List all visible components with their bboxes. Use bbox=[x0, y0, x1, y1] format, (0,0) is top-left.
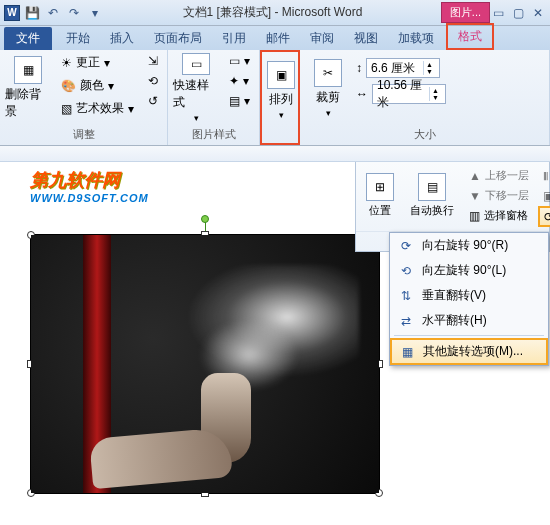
send-back-icon: ▼ bbox=[469, 189, 481, 203]
redo-icon[interactable]: ↷ bbox=[65, 4, 83, 22]
change-picture-button[interactable]: ⟲ bbox=[143, 72, 163, 90]
picture-effects-button[interactable]: ✦▾ bbox=[224, 72, 255, 90]
position-button[interactable]: ⊞ 位置 bbox=[360, 166, 400, 224]
group-button[interactable]: ▣组合 bbox=[538, 186, 550, 205]
tab-insert[interactable]: 插入 bbox=[100, 27, 144, 50]
more-rotation-options-item[interactable]: ▦ 其他旋转选项(M)... bbox=[390, 338, 548, 365]
group-arrange-collapsed: ▣ 排列 ▾ bbox=[260, 50, 300, 145]
photo-content bbox=[31, 235, 379, 493]
rotate-left-90-item[interactable]: ⟲ 向左旋转 90°(L) bbox=[390, 258, 548, 283]
corrections-icon: ☀ bbox=[61, 56, 72, 70]
picture-layout-button[interactable]: ▤▾ bbox=[224, 92, 255, 110]
bring-forward-button[interactable]: ▲上移一层 bbox=[464, 166, 534, 185]
ruler bbox=[0, 146, 550, 162]
rotate-right-90-item[interactable]: ⟳ 向右旋转 90°(R) bbox=[390, 233, 548, 258]
layout-icon: ▤ bbox=[229, 94, 240, 108]
watermark-line2: WWW.D9SOFT.COM bbox=[30, 192, 149, 204]
wrap-icon: ▤ bbox=[418, 173, 446, 201]
dropdown-icon: ▾ bbox=[243, 74, 249, 88]
dropdown-icon: ▾ bbox=[279, 110, 284, 120]
word-app-icon[interactable]: W bbox=[4, 5, 20, 21]
flip-horizontal-item[interactable]: ⇄ 水平翻转(H) bbox=[390, 308, 548, 333]
wrap-text-button[interactable]: ▤ 自动换行 bbox=[404, 166, 460, 224]
quick-styles-button[interactable]: ▭ 快速样式 ▾ bbox=[172, 52, 220, 124]
group-size: ✂ 裁剪 ▾ ↕ 6.6 厘米 ▲▼ ↔ 10.56 厘米 ▲▼ bbox=[300, 50, 550, 145]
more-options-icon: ▦ bbox=[399, 344, 415, 360]
tab-references[interactable]: 引用 bbox=[212, 27, 256, 50]
arrange-button[interactable]: ▣ 排列 ▾ bbox=[266, 54, 296, 126]
rotate-button[interactable]: ⟳旋转▾ bbox=[538, 206, 550, 227]
document-canvas[interactable]: 第九软件网 WWW.D9SOFT.COM ⊞ 位置 bbox=[0, 162, 550, 525]
selected-picture[interactable] bbox=[30, 234, 380, 494]
rotate-right-icon: ⟳ bbox=[398, 238, 414, 254]
change-picture-icon: ⟲ bbox=[148, 74, 158, 88]
height-input[interactable]: 6.6 厘米 ▲▼ bbox=[366, 58, 440, 78]
send-backward-button[interactable]: ▼下移一层 bbox=[464, 186, 534, 205]
dropdown-icon: ▾ bbox=[104, 56, 110, 70]
crop-button[interactable]: ✂ 裁剪 ▾ bbox=[304, 52, 352, 124]
align-button[interactable]: ⫴对齐 bbox=[538, 166, 550, 185]
remove-bg-icon: ▦ bbox=[14, 56, 42, 84]
color-icon: 🎨 bbox=[61, 79, 76, 93]
size-group-label: 大小 bbox=[304, 126, 545, 143]
tab-mailings[interactable]: 邮件 bbox=[256, 27, 300, 50]
reset-icon: ↺ bbox=[148, 94, 158, 108]
bring-fwd-icon: ▲ bbox=[469, 169, 481, 183]
spin-down-icon[interactable]: ▼ bbox=[423, 68, 435, 75]
picture-tools-context-tab: 图片... bbox=[441, 2, 490, 23]
dropdown-icon: ▾ bbox=[108, 79, 114, 93]
dropdown-icon: ▾ bbox=[128, 102, 134, 116]
tab-view[interactable]: 视图 bbox=[344, 27, 388, 50]
dropdown-icon: ▾ bbox=[326, 108, 331, 118]
rotate-handle[interactable] bbox=[201, 215, 209, 223]
arrange-icon: ▣ bbox=[267, 61, 295, 89]
ribbon: ▦ 删除背景 ☀更正▾ 🎨颜色▾ ▧艺术效果▾ ⇲ ⟲ ↺ 调整 bbox=[0, 50, 550, 146]
reset-picture-button[interactable]: ↺ bbox=[143, 92, 163, 110]
rotate-dropdown-menu: ⟳ 向右旋转 90°(R) ⟲ 向左旋转 90°(L) ⇅ 垂直翻转(V) ⇄ … bbox=[389, 232, 549, 366]
artistic-icon: ▧ bbox=[61, 102, 72, 116]
artistic-effects-button[interactable]: ▧艺术效果▾ bbox=[56, 98, 139, 119]
spin-up-icon[interactable]: ▲ bbox=[429, 87, 441, 94]
adjust-group-label: 调整 bbox=[4, 126, 163, 143]
compress-icon: ⇲ bbox=[148, 54, 158, 68]
close-icon[interactable]: ✕ bbox=[530, 5, 546, 21]
position-icon: ⊞ bbox=[366, 173, 394, 201]
selection-pane-icon: ▥ bbox=[469, 209, 480, 223]
ribbon-tab-bar: 文件 开始 插入 页面布局 引用 邮件 审阅 视图 加载项 格式 bbox=[0, 26, 550, 50]
tab-file[interactable]: 文件 bbox=[4, 27, 52, 50]
maximize-icon[interactable]: ▢ bbox=[510, 5, 526, 21]
effects-icon: ✦ bbox=[229, 74, 239, 88]
flip-vertical-icon: ⇅ bbox=[398, 288, 414, 304]
tab-review[interactable]: 审阅 bbox=[300, 27, 344, 50]
tab-home[interactable]: 开始 bbox=[56, 27, 100, 50]
minimize-icon[interactable]: ▭ bbox=[490, 5, 506, 21]
window-title: 文档1 [兼容模式] - Microsoft Word bbox=[104, 4, 441, 21]
qat-dropdown-icon[interactable]: ▾ bbox=[86, 4, 104, 22]
save-icon[interactable]: 💾 bbox=[23, 4, 41, 22]
menu-separator bbox=[394, 335, 544, 336]
group-icon: ▣ bbox=[543, 189, 550, 203]
remove-bg-label: 删除背景 bbox=[5, 86, 51, 120]
spin-up-icon[interactable]: ▲ bbox=[423, 61, 435, 68]
dropdown-icon: ▾ bbox=[244, 94, 250, 108]
flip-vertical-item[interactable]: ⇅ 垂直翻转(V) bbox=[390, 283, 548, 308]
quick-styles-icon: ▭ bbox=[182, 53, 210, 75]
compress-picture-button[interactable]: ⇲ bbox=[143, 52, 163, 70]
tab-page-layout[interactable]: 页面布局 bbox=[144, 27, 212, 50]
undo-icon[interactable]: ↶ bbox=[44, 4, 62, 22]
corrections-button[interactable]: ☀更正▾ bbox=[56, 52, 139, 73]
selection-pane-button[interactable]: ▥选择窗格 bbox=[464, 206, 534, 225]
watermark: 第九软件网 WWW.D9SOFT.COM bbox=[30, 168, 149, 204]
dropdown-icon: ▾ bbox=[194, 113, 199, 123]
tab-addins[interactable]: 加载项 bbox=[388, 27, 444, 50]
height-icon: ↕ bbox=[356, 61, 362, 75]
width-input[interactable]: 10.56 厘米 ▲▼ bbox=[372, 84, 446, 104]
group-picture-styles: ▭ 快速样式 ▾ ▭▾ ✦▾ ▤▾ 图片样式 bbox=[168, 50, 260, 145]
tab-format[interactable]: 格式 bbox=[446, 23, 494, 50]
picture-border-button[interactable]: ▭▾ bbox=[224, 52, 255, 70]
remove-background-button[interactable]: ▦ 删除背景 bbox=[4, 52, 52, 124]
spin-down-icon[interactable]: ▼ bbox=[429, 94, 441, 101]
color-button[interactable]: 🎨颜色▾ bbox=[56, 75, 139, 96]
picture-styles-group-label: 图片样式 bbox=[172, 126, 255, 143]
width-icon: ↔ bbox=[356, 87, 368, 101]
